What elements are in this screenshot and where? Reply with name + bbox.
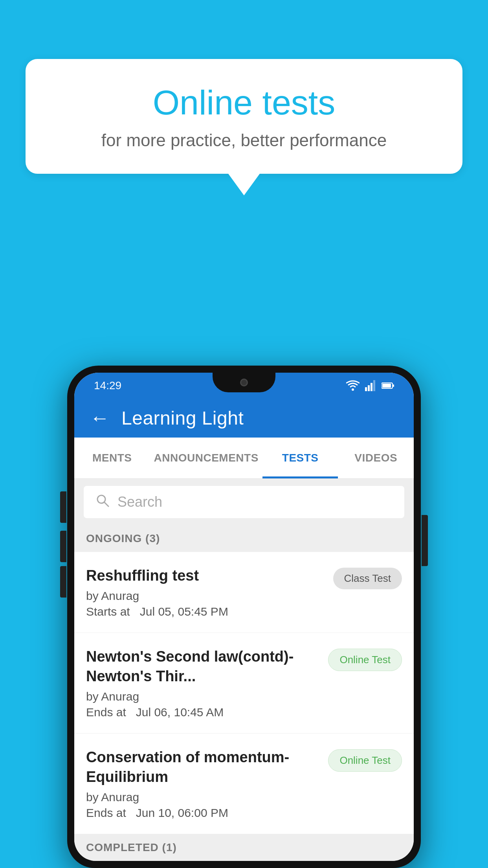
- tests-list: Reshuffling test by Anurag Starts at Jul…: [74, 552, 414, 834]
- search-bar[interactable]: Search: [84, 486, 404, 518]
- bubble-subtitle: for more practice, better performance: [57, 131, 431, 150]
- test-info-1: Reshuffling test by Anurag Starts at Jul…: [86, 566, 333, 618]
- test-title-3: Conservation of momentum-Equilibrium: [86, 748, 320, 787]
- search-container: Search: [74, 479, 414, 525]
- tab-tests[interactable]: TESTS: [262, 438, 338, 478]
- speech-bubble: Online tests for more practice, better p…: [26, 59, 462, 174]
- svg-rect-2: [368, 385, 370, 391]
- tab-announcements[interactable]: ANNOUNCEMENTS: [150, 438, 262, 478]
- search-placeholder: Search: [117, 494, 162, 510]
- wifi-icon: [346, 380, 360, 391]
- app-title: Learning Light: [121, 407, 244, 429]
- bubble-arrow: [228, 174, 260, 195]
- status-bar: 14:29: [74, 373, 414, 398]
- svg-rect-7: [393, 384, 394, 387]
- tab-videos[interactable]: VIDEOS: [338, 438, 414, 478]
- tab-ments[interactable]: MENTS: [74, 438, 150, 478]
- badge-online-test-3: Online Test: [328, 749, 402, 772]
- phone-screen: 14:29: [74, 373, 414, 861]
- signal-icon: [365, 380, 376, 391]
- battery-icon: [382, 382, 394, 389]
- test-author-1: by Anurag: [86, 589, 325, 603]
- test-info-3: Conservation of momentum-Equilibrium by …: [86, 748, 328, 820]
- svg-line-9: [104, 502, 108, 506]
- notch: [213, 373, 275, 392]
- phone-wrapper: 14:29: [67, 366, 421, 868]
- svg-rect-1: [365, 387, 367, 391]
- bubble-title: Online tests: [57, 83, 431, 123]
- speech-bubble-container: Online tests for more practice, better p…: [26, 59, 462, 195]
- test-info-2: Newton's Second law(contd)-Newton's Thir…: [86, 647, 328, 719]
- svg-point-0: [352, 388, 354, 391]
- test-title-1: Reshuffling test: [86, 566, 325, 585]
- section-completed-header: COMPLETED (1): [74, 834, 414, 861]
- test-author-3: by Anurag: [86, 791, 320, 804]
- test-item-conservation[interactable]: Conservation of momentum-Equilibrium by …: [74, 734, 414, 834]
- camera: [240, 379, 248, 386]
- test-title-2: Newton's Second law(contd)-Newton's Thir…: [86, 647, 320, 686]
- test-time-2: Ends at Jul 06, 10:45 AM: [86, 706, 320, 719]
- svg-rect-3: [371, 383, 372, 391]
- test-author-2: by Anurag: [86, 690, 320, 703]
- svg-rect-6: [382, 384, 391, 388]
- svg-rect-4: [373, 380, 375, 391]
- phone: 14:29: [67, 366, 421, 868]
- badge-class-test-1: Class Test: [333, 568, 402, 589]
- test-time-1: Starts at Jul 05, 05:45 PM: [86, 605, 325, 618]
- search-icon: [95, 493, 110, 511]
- status-time: 14:29: [94, 379, 121, 392]
- status-icons: [346, 380, 394, 391]
- test-item-reshuffling[interactable]: Reshuffling test by Anurag Starts at Jul…: [74, 552, 414, 633]
- test-item-newton[interactable]: Newton's Second law(contd)-Newton's Thir…: [74, 633, 414, 734]
- test-time-3: Ends at Jun 10, 06:00 PM: [86, 806, 320, 820]
- section-ongoing-header: ONGOING (3): [74, 525, 414, 552]
- badge-online-test-2: Online Test: [328, 649, 402, 671]
- back-button[interactable]: ←: [90, 406, 110, 429]
- tabs-container: MENTS ANNOUNCEMENTS TESTS VIDEOS: [74, 438, 414, 479]
- top-bar: ← Learning Light: [74, 398, 414, 438]
